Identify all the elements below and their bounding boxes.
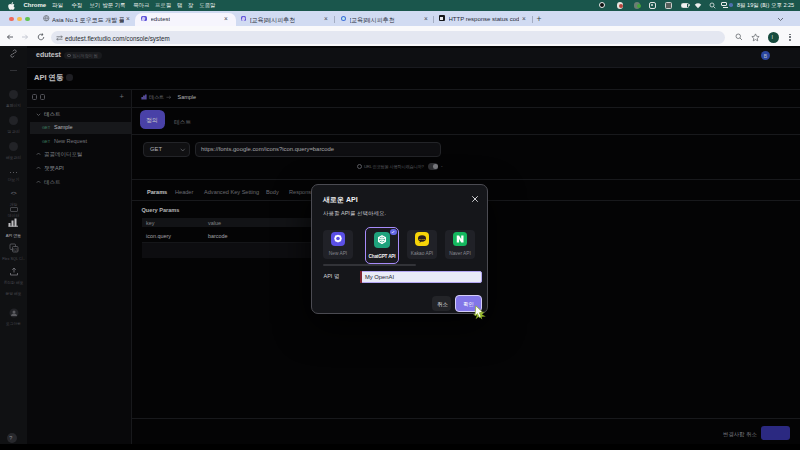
svg-text:TALK: TALK [419,238,426,241]
